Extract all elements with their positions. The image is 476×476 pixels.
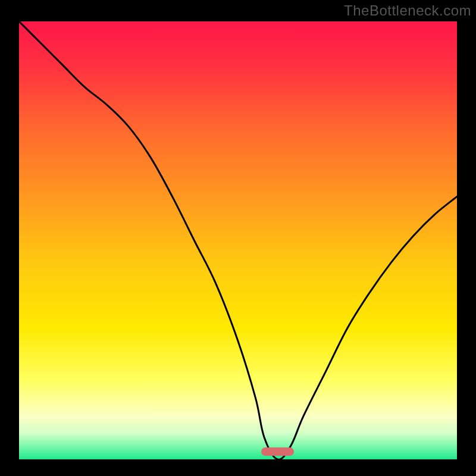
plot-area	[19, 21, 457, 459]
attribution-label: TheBottleneck.com	[344, 2, 471, 19]
chart-container: TheBottleneck.com	[0, 0, 476, 476]
bottleneck-curve	[19, 21, 457, 459]
optimum-marker	[261, 447, 294, 456]
